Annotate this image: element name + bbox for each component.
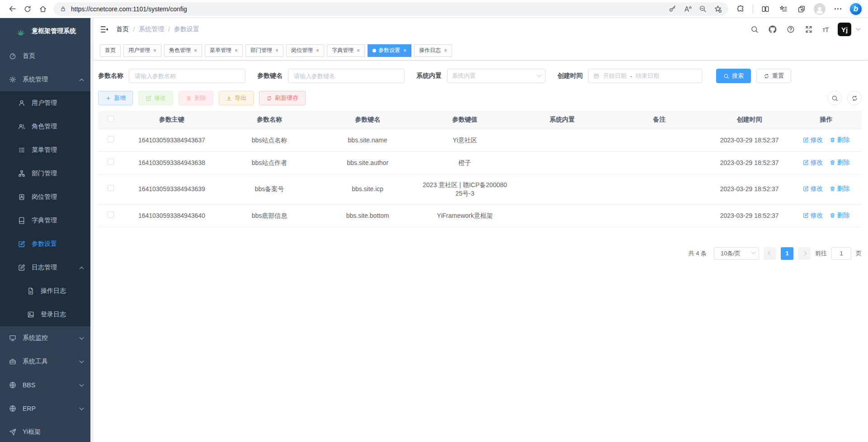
param-key-input[interactable] (288, 69, 405, 83)
prev-page-button[interactable] (764, 247, 776, 260)
breadcrumb-home[interactable]: 首页 (116, 25, 129, 33)
sidebar-item-param-config[interactable]: 参数设置 (0, 232, 90, 256)
table-row[interactable]: 1641030593384943637 bbs站点名称 bbs.site.nam… (98, 129, 862, 151)
extensions-icon[interactable] (733, 2, 748, 16)
bing-chat-icon[interactable]: b (848, 2, 863, 16)
tab-dict-mgmt[interactable]: 字典管理× (327, 44, 365, 57)
favorites-icon[interactable] (776, 2, 791, 16)
tab-user-mgmt[interactable]: 用户管理× (123, 44, 161, 57)
tab-param-config[interactable]: 参数设置× (368, 44, 411, 57)
goto-page-input[interactable] (831, 247, 851, 260)
help-icon[interactable] (786, 25, 795, 34)
row-delete-link[interactable]: 删除 (830, 158, 850, 167)
refresh-table-button[interactable] (847, 91, 862, 105)
browser-menu-icon[interactable] (830, 2, 845, 16)
sidebar-item-bbs[interactable]: BBS (0, 373, 90, 397)
date-range-picker[interactable]: 开始日期 - 结束日期 (588, 69, 702, 83)
refresh-cache-button[interactable]: 刷新缓存 (259, 91, 306, 105)
browser-back-button[interactable] (5, 2, 20, 16)
reset-button[interactable]: 重置 (756, 69, 791, 83)
delete-button[interactable]: 删除 (179, 91, 213, 105)
close-icon[interactable]: × (194, 47, 197, 54)
close-icon[interactable]: × (316, 47, 319, 54)
browser-home-button[interactable] (35, 2, 51, 16)
tab-role-mgmt[interactable]: 角色管理× (164, 44, 202, 57)
sitemap-icon (18, 170, 25, 177)
search-button[interactable]: 搜索 (716, 69, 751, 83)
row-edit-link[interactable]: 修改 (803, 184, 823, 193)
close-icon[interactable]: × (403, 47, 406, 54)
password-key-icon[interactable] (669, 5, 676, 13)
export-button[interactable]: 导出 (219, 91, 254, 105)
sidebar-item-yi-framework[interactable]: Yi框架 (0, 420, 90, 442)
font-size-icon[interactable]: тT (822, 26, 829, 33)
sidebar-item-menu-mgmt[interactable]: 菜单管理 (0, 138, 90, 162)
row-checkbox[interactable] (108, 159, 114, 165)
edit-button[interactable]: 修改 (138, 91, 173, 105)
close-icon[interactable]: × (357, 47, 360, 54)
close-icon[interactable]: × (275, 47, 278, 54)
page-size-select[interactable]: 10条/页 (714, 247, 759, 260)
toggle-search-button[interactable] (827, 91, 842, 105)
split-screen-icon[interactable] (758, 2, 773, 16)
url-text[interactable]: https://ccnetcore.com:1101/system/config (71, 5, 669, 13)
row-delete-link[interactable]: 删除 (830, 211, 850, 220)
sidebar-item-post-mgmt[interactable]: 岗位管理 (0, 185, 90, 209)
row-checkbox[interactable] (108, 212, 114, 218)
tab-dept-mgmt[interactable]: 部门管理× (245, 44, 283, 57)
row-edit-link[interactable]: 修改 (803, 136, 823, 144)
start-date-placeholder[interactable]: 开始日期 (603, 72, 627, 80)
row-checkbox[interactable] (108, 185, 114, 191)
close-icon[interactable]: × (235, 47, 238, 54)
read-aloud-icon[interactable] (684, 5, 692, 13)
tab-oper-log[interactable]: 操作日志× (414, 44, 452, 57)
sidebar-item-home[interactable]: 首页 (0, 44, 90, 68)
add-favorite-icon[interactable] (714, 5, 722, 13)
sidebar-fold-icon[interactable] (100, 25, 109, 34)
row-checkbox[interactable] (108, 136, 114, 142)
address-bar[interactable]: https://ccnetcore.com:1101/system/config (53, 2, 728, 16)
end-date-placeholder[interactable]: 结束日期 (636, 72, 659, 80)
browser-profile-avatar[interactable] (812, 2, 827, 16)
page-1-button[interactable]: 1 (781, 247, 793, 260)
zoom-out-icon[interactable] (699, 5, 707, 13)
sidebar-item-login-log[interactable]: 登录日志 (0, 303, 90, 326)
close-icon[interactable]: × (153, 47, 156, 54)
user-avatar[interactable]: Yj (838, 23, 851, 36)
row-edit-link[interactable]: 修改 (803, 158, 823, 167)
row-edit-link[interactable]: 修改 (803, 211, 823, 220)
row-delete-link[interactable]: 删除 (830, 136, 850, 144)
sidebar-item-dict-mgmt[interactable]: 字典管理 (0, 209, 90, 232)
lock-icon[interactable] (60, 5, 66, 12)
sidebar-item-system[interactable]: 系统管理 (0, 68, 90, 91)
sidebar-item-dept-mgmt[interactable]: 部门管理 (0, 162, 90, 185)
browser-refresh-button[interactable] (20, 2, 35, 16)
sidebar-item-erp[interactable]: ERP (0, 397, 90, 420)
next-page-button[interactable] (798, 247, 811, 260)
tab-post-mgmt[interactable]: 岗位管理× (286, 44, 324, 57)
row-delete-link[interactable]: 删除 (830, 184, 850, 193)
fullscreen-icon[interactable] (804, 25, 813, 34)
avatar-caret-icon[interactable] (857, 27, 860, 32)
sidebar-item-monitor[interactable]: 系统监控 (0, 326, 90, 350)
table-row[interactable]: 1641030593384943640 bbs底部信息 bbs.site.bot… (98, 204, 862, 227)
app-logo[interactable]: 意框架管理系统 (0, 18, 90, 44)
tab-menu-mgmt[interactable]: 菜单管理× (205, 44, 243, 57)
collections-icon[interactable] (794, 2, 809, 16)
tab-home[interactable]: 首页 (100, 44, 121, 57)
sidebar-item-role-mgmt[interactable]: 角色管理 (0, 115, 90, 138)
sidebar-item-user-mgmt[interactable]: 用户管理 (0, 91, 90, 115)
table-row[interactable]: 1641030593384943639 bbs备案号 bbs.site.icp … (98, 174, 862, 204)
close-icon[interactable]: × (444, 47, 447, 54)
github-icon[interactable] (768, 25, 777, 34)
select-all-checkbox[interactable] (108, 116, 114, 122)
param-name-input[interactable] (129, 69, 245, 83)
header-search-icon[interactable] (750, 25, 759, 34)
sidebar-scrollbar[interactable] (90, 18, 94, 442)
add-button[interactable]: 新增 (98, 91, 133, 105)
sidebar-item-oper-log[interactable]: 操作日志 (0, 279, 90, 303)
builtin-select[interactable]: 系统内置 (447, 69, 546, 83)
sidebar-item-log-mgmt[interactable]: 日志管理 (0, 256, 90, 279)
table-row[interactable]: 1641030593384943638 bbs站点作者 bbs.site.aut… (98, 151, 862, 174)
sidebar-item-tools[interactable]: 系统工具 (0, 350, 90, 373)
